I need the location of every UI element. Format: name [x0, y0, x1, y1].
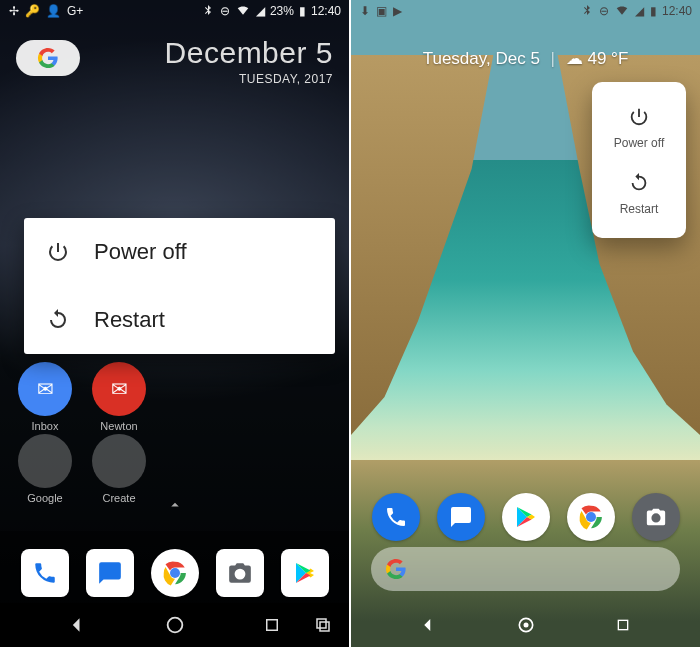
- phone-icon: [32, 560, 58, 586]
- messages-icon: [449, 505, 473, 529]
- google-search-bar[interactable]: [371, 547, 680, 591]
- separator: |: [551, 49, 555, 68]
- svg-rect-5: [320, 622, 329, 631]
- signal-icon: ◢: [256, 5, 265, 17]
- nav-recents[interactable]: [252, 605, 292, 645]
- date-widget[interactable]: December 5 TUESDAY, 2017: [165, 36, 333, 86]
- newton-icon: ✉: [92, 362, 146, 416]
- pinwheel-icon: ✢: [9, 5, 19, 17]
- restart-item[interactable]: Restart: [592, 162, 686, 228]
- svg-rect-11: [618, 620, 627, 629]
- restart-icon: [46, 308, 70, 332]
- inbox-icon: ✉: [18, 362, 72, 416]
- dock-messages[interactable]: [86, 549, 134, 597]
- wifi-icon: [236, 3, 250, 19]
- back-icon: [67, 615, 87, 635]
- phone-android-8: ⬇ ▣ ▶ ⊖ ◢ ▮ 12:40 Tuesday, Dec 5 | ☁ 49 …: [351, 0, 700, 647]
- power-menu: Power off Restart: [592, 82, 686, 238]
- battery-icon: ▮: [650, 5, 657, 17]
- date-large: December 5: [165, 36, 333, 70]
- google-g-icon: [385, 558, 407, 580]
- battery-pct: 23%: [270, 4, 294, 18]
- camera-icon: [645, 506, 667, 528]
- play-store-icon: [293, 561, 317, 585]
- messages-icon: [97, 560, 123, 586]
- google-plus-icon: G+: [67, 5, 83, 17]
- dock-messages[interactable]: [437, 493, 485, 541]
- power-off-item[interactable]: Power off: [592, 96, 686, 162]
- app-newton[interactable]: ✉ Newton: [92, 362, 146, 432]
- play-icon: ▶: [393, 5, 402, 17]
- home-circle-icon: [164, 614, 186, 636]
- at-a-glance[interactable]: Tuesday, Dec 5 | ☁ 49 °F: [351, 48, 700, 69]
- cloud-icon: ☁: [566, 49, 583, 68]
- nav-home[interactable]: [506, 605, 546, 645]
- nav-home[interactable]: [155, 605, 195, 645]
- dock-phone[interactable]: [372, 493, 420, 541]
- folder-icon: [92, 434, 146, 488]
- chrome-icon: [160, 558, 190, 588]
- stack-icon: [314, 616, 332, 634]
- google-search-pill[interactable]: [16, 40, 80, 76]
- dock-camera[interactable]: [632, 493, 680, 541]
- dock-camera[interactable]: [216, 549, 264, 597]
- dock-chrome[interactable]: [567, 493, 615, 541]
- image-icon: ▣: [376, 5, 387, 17]
- date-small: TUESDAY, 2017: [165, 72, 333, 86]
- square-icon: [615, 617, 631, 633]
- app-drawer-handle[interactable]: [166, 496, 184, 518]
- nav-recents[interactable]: [603, 605, 643, 645]
- phone-icon: [384, 505, 408, 529]
- dnd-icon: ⊖: [599, 5, 609, 17]
- person-icon: 👤: [46, 5, 61, 17]
- nav-bar: [0, 603, 349, 647]
- svg-point-8: [586, 512, 596, 522]
- google-g-icon: [37, 47, 59, 69]
- nav-back[interactable]: [57, 605, 97, 645]
- bluetooth-icon: [581, 4, 593, 18]
- chrome-icon: [576, 502, 606, 532]
- power-icon: [46, 240, 70, 264]
- restart-label: Restart: [94, 307, 165, 333]
- nav-back[interactable]: [408, 605, 448, 645]
- restart-icon: [628, 172, 650, 194]
- app-inbox[interactable]: ✉ Inbox: [18, 362, 72, 432]
- svg-point-10: [523, 623, 528, 628]
- wifi-icon: [615, 3, 629, 19]
- dock-phone[interactable]: [21, 549, 69, 597]
- restart-item[interactable]: Restart: [24, 286, 335, 354]
- date-text: Tuesday, Dec 5: [423, 49, 540, 68]
- power-menu: Power off Restart: [24, 218, 335, 354]
- folder-icon: [18, 434, 72, 488]
- power-off-label: Power off: [94, 239, 187, 265]
- nav-bar: [351, 603, 700, 647]
- dock-chrome[interactable]: [151, 549, 199, 597]
- play-store-icon: [514, 505, 538, 529]
- back-icon: [419, 616, 437, 634]
- restart-label: Restart: [620, 202, 659, 216]
- power-off-label: Power off: [614, 136, 664, 150]
- dock: [351, 493, 700, 541]
- power-off-item[interactable]: Power off: [24, 218, 335, 286]
- status-bar: ✢ 🔑 👤 G+ ⊖ ◢ 23% ▮ 12:40: [0, 0, 349, 21]
- home-app-row-2: Google Create: [18, 434, 146, 504]
- dock-play-store[interactable]: [502, 493, 550, 541]
- phone-android-7: ✢ 🔑 👤 G+ ⊖ ◢ 23% ▮ 12:40: [0, 0, 349, 647]
- camera-icon: [227, 560, 253, 586]
- dock-play-store[interactable]: [281, 549, 329, 597]
- home-circle-icon: [516, 615, 536, 635]
- bluetooth-icon: [202, 4, 214, 18]
- chevron-up-icon: [166, 496, 184, 514]
- power-icon: [628, 106, 650, 128]
- square-icon: [263, 616, 281, 634]
- dock: [0, 549, 349, 597]
- nav-copy[interactable]: [303, 605, 343, 645]
- clock-text: 12:40: [311, 4, 341, 18]
- key-icon: 🔑: [25, 5, 40, 17]
- status-bar: ⬇ ▣ ▶ ⊖ ◢ ▮ 12:40: [351, 0, 700, 21]
- folder-google[interactable]: Google: [18, 434, 72, 504]
- download-icon: ⬇: [360, 5, 370, 17]
- svg-rect-4: [267, 620, 278, 631]
- home-app-row: ✉ Inbox ✉ Newton: [18, 362, 146, 432]
- folder-create[interactable]: Create: [92, 434, 146, 504]
